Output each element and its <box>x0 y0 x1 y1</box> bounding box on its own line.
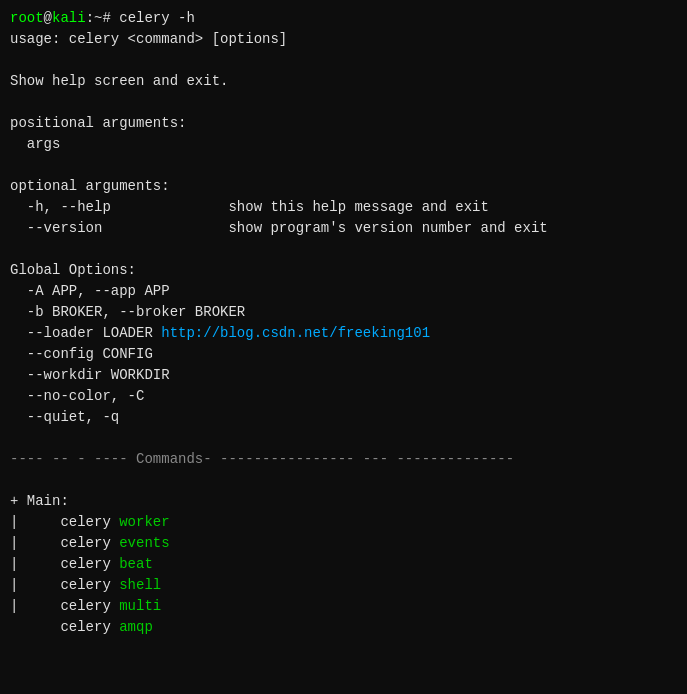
beat-keyword: beat <box>119 556 153 572</box>
blank-line <box>10 428 677 449</box>
shell-keyword: shell <box>119 577 161 593</box>
blank-line <box>10 50 677 71</box>
worker-keyword: worker <box>119 514 169 530</box>
app-option-line: -A APP, --app APP <box>10 281 677 302</box>
terminal-window: root@kali:~# celery -h usage: celery <co… <box>10 8 677 638</box>
quiet-option-line: --quiet, -q <box>10 407 677 428</box>
blank-line <box>10 92 677 113</box>
prompt-user: root <box>10 10 44 26</box>
amqp-keyword: amqp <box>119 619 153 635</box>
prompt-host: kali <box>52 10 86 26</box>
help-flag-line: -h, --help show this help message and ex… <box>10 197 677 218</box>
version-flag-line: --version show program's version number … <box>10 218 677 239</box>
config-option-line: --config CONFIG <box>10 344 677 365</box>
broker-option-line: -b BROKER, --broker BROKER <box>10 302 677 323</box>
prompt-line: root@kali:~# celery -h <box>10 8 677 29</box>
command-text: celery -h <box>119 10 195 26</box>
usage-line: usage: celery <command> [options] <box>10 29 677 50</box>
loader-option-line: --loader LOADER http://blog.csdn.net/fre… <box>10 323 677 344</box>
nocolor-option-line: --no-color, -C <box>10 386 677 407</box>
show-help-line: Show help screen and exit. <box>10 71 677 92</box>
blank-line <box>10 470 677 491</box>
global-options-header: Global Options: <box>10 260 677 281</box>
loader-url: http://blog.csdn.net/freeking101 <box>161 325 430 341</box>
events-keyword: events <box>119 535 169 551</box>
multi-keyword: multi <box>119 598 161 614</box>
blank-line <box>10 155 677 176</box>
amqp-command-line: celery amqp <box>10 617 677 638</box>
multi-command-line: | celery multi <box>10 596 677 617</box>
workdir-option-line: --workdir WORKDIR <box>10 365 677 386</box>
commands-divider: ---- -- - ---- Commands- ---------------… <box>10 449 677 470</box>
worker-command-line: | celery worker <box>10 512 677 533</box>
shell-command-line: | celery shell <box>10 575 677 596</box>
main-header: + Main: <box>10 491 677 512</box>
args-line: args <box>10 134 677 155</box>
blank-line <box>10 239 677 260</box>
beat-command-line: | celery beat <box>10 554 677 575</box>
positional-header: positional arguments: <box>10 113 677 134</box>
events-command-line: | celery events <box>10 533 677 554</box>
optional-header: optional arguments: <box>10 176 677 197</box>
